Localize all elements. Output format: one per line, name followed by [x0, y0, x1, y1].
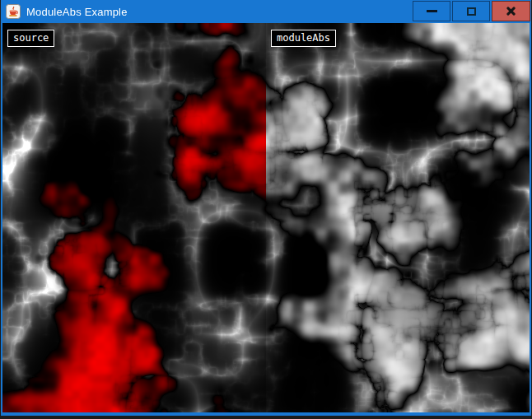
minimize-icon [427, 10, 437, 12]
window-content: source moduleAbs [2, 23, 530, 412]
moduleabs-label: moduleAbs [271, 30, 336, 47]
source-noise-image [2, 23, 266, 412]
window: ModuleAbs Example source moduleAbs [0, 0, 532, 419]
title-bar[interactable]: ModuleAbs Example [0, 0, 532, 23]
java-app-icon[interactable] [6, 4, 21, 19]
close-button[interactable] [492, 1, 530, 21]
window-shadow-edge-left [0, 0, 1, 419]
moduleabs-panel: moduleAbs [266, 23, 530, 412]
source-label: source [7, 30, 54, 47]
maximize-button[interactable] [452, 1, 490, 21]
maximize-icon [467, 7, 476, 16]
close-icon [506, 6, 516, 16]
window-shadow-edge-bottom [0, 416, 532, 419]
moduleabs-noise-image [266, 23, 530, 412]
minimize-button[interactable] [413, 1, 450, 21]
source-panel: source [2, 23, 266, 412]
window-title: ModuleAbs Example [26, 6, 128, 18]
window-controls [413, 1, 530, 21]
